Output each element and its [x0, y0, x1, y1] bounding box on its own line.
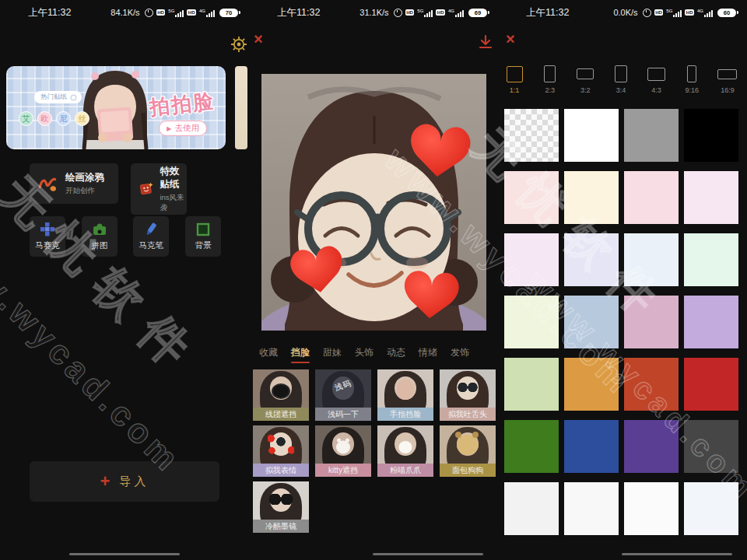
- sticker-thumbnail: [440, 425, 496, 464]
- category-tab[interactable]: 挡脸: [291, 346, 310, 359]
- sticker-item[interactable]: 手指挡脸: [377, 369, 433, 421]
- hd-icon: HD: [654, 9, 664, 16]
- color-swatch[interactable]: [684, 482, 738, 535]
- status-bar: 上午11:32 31.1K/s HD 5G HD 4G 69: [249, 0, 498, 25]
- status-icons: 0.0K/s HD 5G HD 4G 60: [613, 8, 736, 17]
- color-swatch[interactable]: [684, 420, 738, 473]
- tool-label: 马赛克: [35, 240, 60, 251]
- aspect-ratio-option[interactable]: 4:3: [642, 65, 672, 94]
- category-tab[interactable]: 动态: [387, 346, 405, 359]
- thumb-cover: [268, 494, 293, 505]
- ratio-label: 4:3: [651, 86, 661, 94]
- color-swatch[interactable]: [684, 233, 738, 286]
- sticker-item[interactable]: 冷酷墨镜: [253, 481, 309, 533]
- color-swatch[interactable]: [504, 109, 559, 162]
- color-swatch[interactable]: [624, 420, 679, 473]
- color-swatch[interactable]: [684, 171, 738, 224]
- pack-badge: 艾: [19, 111, 33, 126]
- aspect-ratio-option[interactable]: 3:2: [570, 65, 600, 94]
- home-indicator: [373, 553, 483, 555]
- sticker-thumbnail: [253, 481, 309, 520]
- color-swatch[interactable]: [564, 296, 619, 348]
- category-tab[interactable]: 发饰: [451, 346, 469, 359]
- signal-5g-icon: 5G: [168, 9, 184, 17]
- aspect-ratio-option[interactable]: 3:4: [606, 65, 636, 94]
- color-swatch[interactable]: [624, 233, 679, 286]
- carousel-next-banner[interactable]: [235, 66, 247, 149]
- aspect-ratio-option[interactable]: 1:1: [500, 65, 529, 94]
- color-swatch[interactable]: [624, 358, 679, 411]
- sticker-label: 拟我表情: [253, 464, 309, 477]
- color-swatch[interactable]: [684, 296, 738, 348]
- color-swatch[interactable]: [504, 296, 559, 348]
- hd-icon: HD: [187, 9, 196, 16]
- aspect-ratio-option[interactable]: 2:3: [535, 65, 565, 94]
- thumb-cover: [457, 435, 479, 455]
- color-swatch[interactable]: [564, 482, 619, 535]
- sticker-item[interactable]: 粉喵爪爪: [377, 425, 433, 477]
- clock-time: 上午11:32: [526, 6, 569, 19]
- tool-buttons: 马赛克: [30, 216, 221, 257]
- feature-button[interactable]: 绘画涂鸦 开始创作: [30, 163, 118, 204]
- category-tab[interactable]: 情绪: [419, 346, 437, 359]
- home-indicator: [69, 553, 180, 555]
- status-bar: 上午11:32 84.1K/s HD 5G HD 4G 70: [0, 0, 249, 25]
- network-speed: 31.1K/s: [359, 8, 388, 17]
- tool-button[interactable]: 马克笔: [133, 216, 169, 257]
- color-swatch[interactable]: [564, 420, 619, 473]
- tool-button[interactable]: 拼图: [82, 216, 117, 257]
- thumb-cover: [336, 441, 350, 454]
- aspect-ratio-option[interactable]: 9:16: [677, 65, 707, 94]
- pack-badge: 欧: [37, 111, 52, 126]
- signal-4g-icon: 4G: [199, 9, 215, 17]
- color-swatch[interactable]: [684, 109, 738, 162]
- promo-banner[interactable]: 热门贴纸 艾欧尼丝 拍拍脸 ▶ 去使用: [6, 66, 226, 149]
- category-tab[interactable]: 头饰: [355, 346, 374, 359]
- alarm-icon: [394, 9, 402, 17]
- color-swatch[interactable]: [624, 171, 679, 224]
- color-swatch[interactable]: [564, 358, 619, 411]
- aspect-ratio-option[interactable]: 16:9: [713, 65, 742, 94]
- sticker-item[interactable]: 面包狗狗: [440, 425, 496, 477]
- sticker-item[interactable]: 浅码 浅码一下: [315, 369, 371, 421]
- color-swatch[interactable]: [504, 358, 559, 411]
- color-swatch[interactable]: [504, 482, 559, 535]
- tool-button[interactable]: 马赛克: [30, 216, 65, 257]
- network-speed: 0.0K/s: [613, 8, 637, 17]
- color-swatch[interactable]: [624, 296, 679, 348]
- color-swatch[interactable]: [564, 171, 619, 224]
- settings-gear-icon[interactable]: [230, 35, 248, 54]
- banner-use-button[interactable]: ▶ 去使用: [159, 121, 207, 136]
- aspect-ratio-selector: 1:1 2:3 3:2 3:4 4:3 9:16 16:9: [500, 65, 742, 94]
- alarm-icon: [643, 9, 651, 17]
- color-swatch[interactable]: [504, 171, 559, 224]
- thumb-cover: [399, 441, 412, 453]
- status-icons: 31.1K/s HD 5G HD 4G 69: [359, 8, 487, 17]
- signal-4g-icon: 4G: [697, 9, 713, 17]
- color-swatch[interactable]: [504, 233, 559, 286]
- close-icon[interactable]: ×: [254, 31, 263, 47]
- color-swatch[interactable]: [564, 233, 619, 286]
- sticker-item[interactable]: kitty遮挡: [315, 425, 371, 477]
- sticker-item[interactable]: 拟我吐舌头: [440, 369, 496, 421]
- download-icon[interactable]: [477, 33, 494, 51]
- color-swatch[interactable]: [684, 358, 738, 411]
- close-icon[interactable]: ×: [506, 31, 515, 47]
- tool-button[interactable]: 背景: [185, 216, 221, 257]
- category-tab[interactable]: 收藏: [259, 346, 278, 359]
- ratio-label: 2:3: [545, 86, 555, 94]
- ratio-shape-icon: [687, 65, 696, 82]
- banner-girl-photo: [72, 66, 159, 149]
- sticker-item[interactable]: 拟我表情: [253, 425, 309, 477]
- hd-icon: HD: [405, 9, 415, 16]
- import-button[interactable]: + 导入: [30, 461, 219, 502]
- ratio-label: 16:9: [721, 86, 735, 94]
- alarm-icon: [145, 9, 153, 17]
- color-swatch[interactable]: [504, 420, 559, 473]
- color-swatch[interactable]: [624, 482, 679, 535]
- category-tab[interactable]: 甜妹: [323, 346, 342, 359]
- sticker-item[interactable]: 线团遮挡: [253, 369, 309, 421]
- color-swatch[interactable]: [564, 109, 619, 162]
- color-swatch[interactable]: [624, 109, 679, 162]
- feature-button[interactable]: 特效贴纸 ins风来袭: [131, 163, 187, 215]
